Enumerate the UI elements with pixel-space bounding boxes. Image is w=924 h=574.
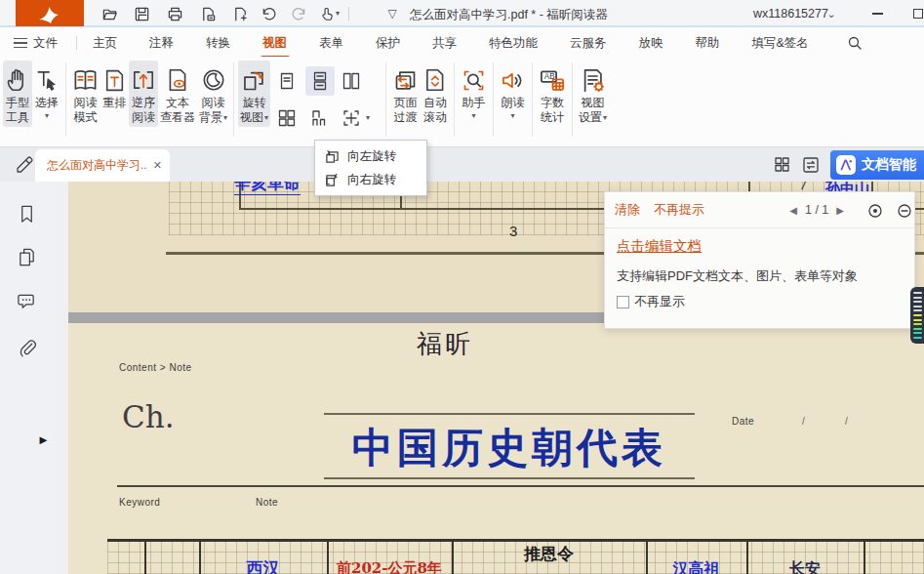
menu-view[interactable]: 视图 xyxy=(262,30,287,57)
quick-access-chevron-icon[interactable]: ▽ xyxy=(383,5,401,22)
word-count-button[interactable]: AB 字数 统计 xyxy=(537,61,568,127)
ai-button-label: 文档智能 xyxy=(862,156,916,174)
reading-mode-button[interactable]: 阅读 模式 xyxy=(70,61,100,127)
rotate-left-icon xyxy=(325,149,340,164)
undo-icon[interactable] xyxy=(260,5,277,22)
menu-share[interactable]: 共享 xyxy=(432,30,457,57)
comment-icon[interactable] xyxy=(17,291,37,311)
touch-mode-icon[interactable]: ▾ xyxy=(316,5,343,22)
search-icon[interactable] xyxy=(847,35,863,51)
dropdown-arrow-icon: ▾ xyxy=(223,112,227,123)
menu-features[interactable]: 特色功能 xyxy=(489,30,538,57)
redo-icon[interactable] xyxy=(290,5,307,22)
print-icon[interactable] xyxy=(166,5,183,22)
tab-title: 怎么面对高中学习... xyxy=(47,157,147,174)
new-page-icon[interactable] xyxy=(231,5,249,22)
dropdown-arrow-icon[interactable]: ▾ xyxy=(366,112,370,123)
tab-switch-icon[interactable] xyxy=(802,156,820,174)
document-ai-button[interactable]: 文档智能 xyxy=(830,150,924,180)
view-settings-button[interactable]: 视图 设置▾ xyxy=(577,61,609,127)
attachment-icon[interactable] xyxy=(17,338,37,358)
read-aloud-button[interactable]: 朗读 ▾ xyxy=(498,61,528,123)
foxit-logo[interactable] xyxy=(16,0,84,26)
reading-background-button[interactable]: 阅读 背景▾ xyxy=(197,61,229,127)
doc-cell-policy: 推恩令 xyxy=(452,543,646,565)
document-tab[interactable]: 怎么面对高中学习... ✕ xyxy=(35,149,170,182)
expand-panel-arrow-icon[interactable]: ► xyxy=(37,433,50,446)
popup-page-indicator: 1 / 1 xyxy=(805,203,828,217)
separate-cover-layout-button[interactable] xyxy=(305,103,335,133)
open-file-icon[interactable] xyxy=(100,5,118,22)
hand-tool-button[interactable]: 手型 工具 xyxy=(3,61,32,127)
menu-fill-sign[interactable]: 填写&签名 xyxy=(752,30,809,57)
rotate-right-icon xyxy=(325,173,340,187)
facing-continuous-layout-button[interactable] xyxy=(272,103,301,133)
menu-file[interactable]: 文件 xyxy=(33,30,58,57)
select-tool-button[interactable]: 选择 ▾ xyxy=(32,61,61,123)
doc-note-label: Note xyxy=(256,497,278,508)
account-name[interactable]: wx118615277 xyxy=(753,7,828,20)
menu-protect[interactable]: 保护 xyxy=(376,30,400,57)
menu-cloud[interactable]: 云服务 xyxy=(570,30,607,57)
title-bar: ▾ ▽ 怎么面对高中学习.pdf * - 福昕阅读器 wx118615277 ⌄ xyxy=(0,0,924,27)
facing-layout-button[interactable] xyxy=(337,66,366,96)
checkbox-label: 不再显示 xyxy=(634,293,685,310)
doc-cell-emperor: 汉高祖 xyxy=(646,559,746,574)
settings-icon[interactable] xyxy=(867,203,883,219)
rotate-right-item[interactable]: 向右旋转 xyxy=(315,168,426,191)
doc-keyword-label: Keyword xyxy=(119,497,160,508)
collapse-icon[interactable] xyxy=(897,203,912,219)
menu-present[interactable]: 放映 xyxy=(639,30,663,57)
menu-bar: 文件 主页 注释 转换 视图 表单 保护 共享 特色功能 云服务 放映 帮助 填… xyxy=(0,29,924,57)
toolbar-divider xyxy=(233,62,234,137)
maximize-button[interactable] xyxy=(907,5,924,22)
toolbar-divider xyxy=(532,62,533,137)
title-rule-top xyxy=(324,413,695,415)
continuous-layout-button[interactable] xyxy=(305,66,335,96)
tab-grid-view-icon[interactable] xyxy=(774,156,790,173)
save-icon[interactable] xyxy=(133,5,150,22)
popup-dont-remind-link[interactable]: 不再提示 xyxy=(654,201,704,219)
single-page-layout-button[interactable] xyxy=(272,66,301,96)
menu-form[interactable]: 表单 xyxy=(319,30,343,57)
dropdown-arrow-icon: ▾ xyxy=(264,112,268,123)
reflow-button[interactable]: 重排 xyxy=(100,61,129,112)
checkbox-icon[interactable] xyxy=(617,296,629,308)
close-page-icon[interactable] xyxy=(199,5,217,22)
auto-scroll-button[interactable]: 自动 滚动 xyxy=(421,61,450,127)
pages-icon[interactable] xyxy=(17,247,37,267)
account-chevron-icon[interactable]: ⌄ xyxy=(823,5,840,22)
dont-show-checkbox[interactable]: 不再显示 xyxy=(617,293,685,310)
page-layout-group: ▾ xyxy=(270,62,382,137)
menu-convert[interactable]: 转换 xyxy=(206,30,230,57)
minimize-button[interactable] xyxy=(866,5,888,22)
title-rule-bottom xyxy=(324,477,695,479)
hamburger-icon[interactable] xyxy=(14,38,27,48)
bookmark-icon[interactable] xyxy=(17,204,37,225)
next-page-icon[interactable]: ▶ xyxy=(836,205,844,216)
page-transition-button[interactable]: 页面 过渡 xyxy=(390,61,421,127)
foxit-reader-window: ▾ ▽ 怎么面对高中学习.pdf * - 福昕阅读器 wx118615277 ⌄… xyxy=(0,0,924,574)
reverse-reading-button[interactable]: 逆序 阅读 xyxy=(129,61,158,127)
doc-link-revolution[interactable]: 辛亥革命 xyxy=(234,182,301,195)
popup-edit-document-link[interactable]: 点击编辑文档 xyxy=(617,237,702,256)
rotate-view-button[interactable]: 旋转 视图▾ xyxy=(238,61,270,127)
rotate-left-item[interactable]: 向左旋转 xyxy=(315,144,426,168)
popup-clear-link[interactable]: 清除 xyxy=(615,201,640,219)
text-viewer-button[interactable]: 文本 查看器 xyxy=(158,61,197,127)
table-border xyxy=(107,539,924,542)
fit-page-layout-button[interactable] xyxy=(337,103,366,133)
pencil-icon[interactable] xyxy=(14,152,35,174)
menu-comment[interactable]: 注释 xyxy=(149,30,174,57)
pdf-page-2[interactable]: 福昕 Content > Note Ch. 中国历史朝代表 Date / / K… xyxy=(68,323,924,574)
dropdown-arrow-icon: ▾ xyxy=(472,110,476,121)
theme-strip-widget[interactable] xyxy=(910,287,924,344)
doc-breadcrumb: Content > Note xyxy=(119,362,192,373)
doc-brand-watermark: 福昕 xyxy=(417,327,473,361)
doc-title: 中国历史朝代表 xyxy=(324,421,695,475)
prev-page-icon[interactable]: ◀ xyxy=(789,205,797,216)
menu-help[interactable]: 帮助 xyxy=(696,30,720,57)
menu-home[interactable]: 主页 xyxy=(93,30,117,57)
tab-close-icon[interactable]: ✕ xyxy=(153,159,162,172)
assistant-button[interactable]: 助手 ▾ xyxy=(459,61,489,123)
